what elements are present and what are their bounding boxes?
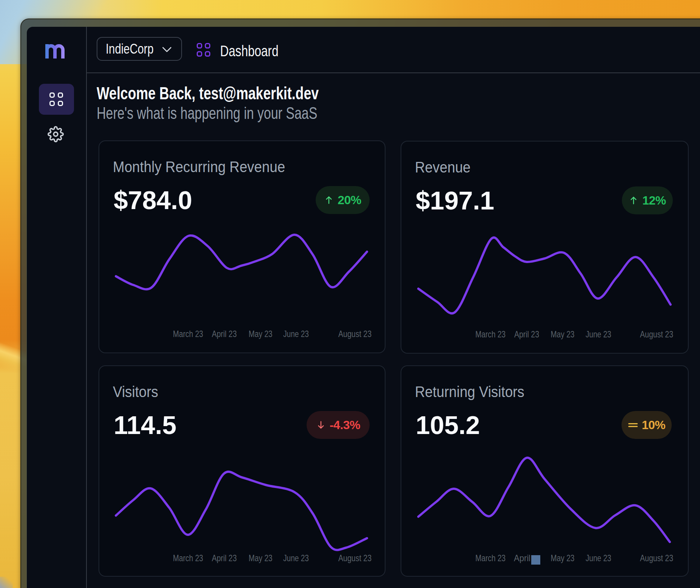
svg-text:March 23: March 23 [475, 553, 506, 563]
svg-text:March 23: March 23 [173, 329, 203, 339]
svg-text:June 23: June 23 [586, 329, 611, 339]
svg-text:March 23: March 23 [173, 553, 203, 563]
svg-text:August 23: August 23 [640, 553, 673, 563]
svg-text:June 23: June 23 [283, 329, 309, 339]
svg-text:April 23: April 23 [514, 329, 539, 339]
svg-text:May 23: May 23 [551, 553, 575, 563]
svg-text:April 23: April 23 [212, 553, 237, 563]
svg-text:June 23: June 23 [586, 553, 611, 563]
svg-text:April: April [514, 553, 530, 563]
svg-text:May 23: May 23 [249, 553, 273, 563]
svg-text:August 23: August 23 [338, 329, 372, 339]
svg-text:April 23: April 23 [212, 329, 237, 339]
svg-text:August 23: August 23 [640, 329, 673, 339]
svg-text:May 23: May 23 [551, 329, 575, 339]
svg-text:March 23: March 23 [475, 329, 506, 339]
svg-text:May 23: May 23 [249, 329, 273, 339]
svg-text:June 23: June 23 [283, 553, 309, 563]
svg-text:August 23: August 23 [338, 553, 372, 563]
